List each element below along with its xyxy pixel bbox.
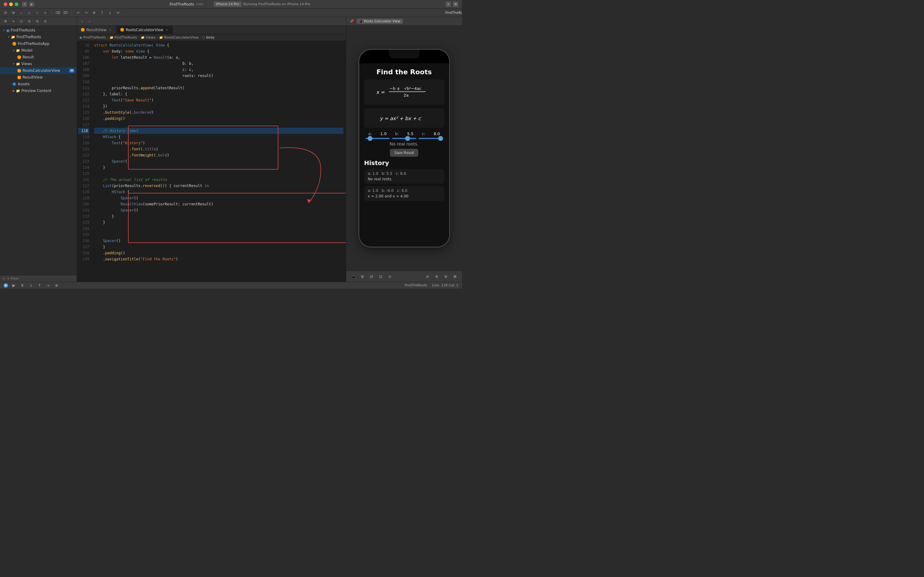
phone-screen: Find the Roots x = −b ± √b²−4ac [359,50,449,247]
warning-icon[interactable]: ⚠ [26,10,32,16]
sidebar-icon[interactable]: ⊟ [2,10,8,16]
sidebar-add-icon[interactable]: + [10,18,16,24]
breadcrumb-folder[interactable]: FindTheRoots [114,35,137,39]
close-button[interactable] [4,2,7,6]
code-line-10: struct RootsCalculatorView: View { [94,42,343,48]
code-line-122: .fontWeight(.bold) [94,152,343,158]
preview-title-button[interactable]: 📱 Roots Calculator View [357,19,403,24]
minimize-button[interactable] [9,2,13,6]
tab-label: RootsCalculatorView [126,28,163,32]
pbt-apps-icon[interactable]: ⊟ [368,273,375,280]
save-result-button[interactable]: Save Result [390,149,418,157]
status-pause-icon[interactable]: ⏸ [19,282,26,289]
history-item-2: a: 1.0 b: -6.0 c: 8.0 x ≈ 2.00 and x ≈ 4… [364,186,444,201]
sidebar-item-calculator-view[interactable]: 🟠 RootsCalculatorView M [0,67,77,74]
sidebar-item-preview-content[interactable]: ▶ 📁 Preview Content [0,87,77,94]
sidebar-item-project[interactable]: ▾ ◉ FindTheRoots [0,27,77,34]
swift-icon: 🟠 [12,42,16,46]
separator: › [157,35,158,39]
sidebar-item-assets[interactable]: 🔷 Assets [0,81,77,87]
add-tab-button[interactable]: + [446,2,451,7]
code-content[interactable]: struct RootsCalculatorView: View { var b… [92,41,346,282]
status-play-icon[interactable]: ▶ [10,282,17,289]
slider-a[interactable] [365,138,390,139]
forward-icon[interactable]: ⌦ [63,10,69,16]
layout-button[interactable]: ⊞ [453,2,458,7]
history-result-1: No real roots. [368,177,441,181]
sidebar-check-icon[interactable]: ☑ [18,18,24,24]
code-line-123: Spacer() [94,158,343,164]
slider-a-thumb[interactable] [368,136,372,141]
device-selector[interactable]: iPhone 14 Pro [214,2,242,7]
slider-b-thumb[interactable] [405,136,410,141]
sidebar-filter-icon[interactable]: ⧉ [26,18,32,24]
center-text: FindTheRoots [454,10,460,16]
pbt-zoom-out-icon[interactable]: ⊖ [424,273,431,280]
views-label: Views [21,62,32,66]
status-up-icon[interactable]: ↑ [36,282,43,289]
pbt-grid-icon[interactable]: ⊞ [359,273,366,280]
code-line-125 [94,171,343,177]
redo-icon[interactable]: ↪ [83,10,89,16]
sidebar-item-root-folder[interactable]: ▾ 📁 FindTheRoots [0,34,77,40]
sidebar-item-views[interactable]: ▾ 📁 Views [0,61,77,67]
pbt-phone-icon[interactable]: 📱 [350,273,357,280]
phone-mockup: Find the Roots x = −b ± √b²−4ac [358,49,450,248]
sidebar-item-model[interactable]: ▾ 📁 Model [0,47,77,54]
sidebar-item-result[interactable]: 🟠 Result [0,54,77,61]
code-line-120: Text("History") [94,140,343,146]
sidebar-item-result-view[interactable]: 🟠 ResultView [0,74,77,81]
undo-icon[interactable]: ↩ [75,10,81,16]
forward-nav-button[interactable]: › [87,19,92,24]
status-step-icon[interactable]: ↓ [27,282,34,289]
grid-icon[interactable]: ⊞ [10,10,16,16]
sidebar-person-icon[interactable]: ⊜ [34,18,40,24]
pbt-person-icon[interactable]: ⊙ [386,273,393,280]
h2-c: 8.0 [401,189,407,193]
sidebar-toggle[interactable]: ⎗ [22,2,27,7]
location-icon[interactable]: ⊕ [91,10,97,16]
run-button[interactable]: ▶ [29,2,34,7]
sidebar-grid-icon[interactable]: ⊞ [2,18,8,24]
pbt-zoom-reset-icon[interactable]: ⊕ [433,273,440,280]
status-continue-icon[interactable]: → [45,282,52,289]
separator: › [138,35,139,39]
tab-close-button[interactable]: × [165,28,169,32]
breadcrumb-body[interactable]: body [206,35,214,39]
pin-button[interactable]: 📌 [349,18,355,24]
sidebar-sort-icon[interactable]: ⊝ [42,18,48,24]
connect-icon[interactable]: ⇌ [115,10,121,16]
quadratic-form-box: y = ax² + bx + c [364,108,444,128]
status-app-name: FindTheRoots [404,283,427,287]
filter-label[interactable]: + Filter [7,277,19,280]
tab-calculator-view[interactable]: 🟠 RootsCalculatorView × [116,26,173,34]
back-nav-button[interactable]: ‹ [79,19,85,24]
sidebar-item-app[interactable]: 🟠 FindTheRootsApp [0,40,77,47]
star-icon[interactable]: ☆ [34,10,40,16]
slider-c-thumb[interactable] [438,136,443,141]
search-icon[interactable]: ⌕ [18,10,24,16]
maximize-button[interactable] [14,2,18,6]
sidebar-nav: ▾ ◉ FindTheRoots ▾ 📁 FindTheRoots 🟠 Find… [0,26,77,275]
code-editor[interactable]: 10 45 106 107 108 109 110 111 112 113 11… [77,41,346,282]
arrow-down-icon[interactable]: ↓ [107,10,113,16]
tab-result-view[interactable]: 🟠 ResultView × [77,26,116,34]
h2-b: -6.0 [386,189,394,193]
arrow-up-icon[interactable]: ↑ [99,10,105,16]
breadcrumb-views[interactable]: Views [146,35,156,39]
slider-c[interactable] [419,138,443,139]
traffic-lights [4,2,18,6]
disclosure-icon: ▾ [7,35,10,39]
pbt-zoom-in-icon[interactable]: ⊕ [443,273,449,280]
back-icon[interactable]: ⌫ [55,10,61,16]
pbt-fit-icon[interactable]: ⊠ [452,273,458,280]
param-b-label: b: [395,131,399,136]
breadcrumb-file[interactable]: RootsCalculatorView [164,35,199,39]
title-bar: ⎗ ▶ FindTheRoots main › iPhone 14 Pro Ru… [0,0,462,8]
breadcrumb-project[interactable]: FindTheRoots [84,35,106,39]
slider-b[interactable] [392,138,416,139]
pbt-layout-icon[interactable]: ⊡ [377,273,384,280]
status-loc-icon[interactable]: ⊕ [53,282,60,289]
share-icon[interactable]: ⎆ [42,10,48,16]
tab-close-button[interactable]: × [108,28,113,32]
